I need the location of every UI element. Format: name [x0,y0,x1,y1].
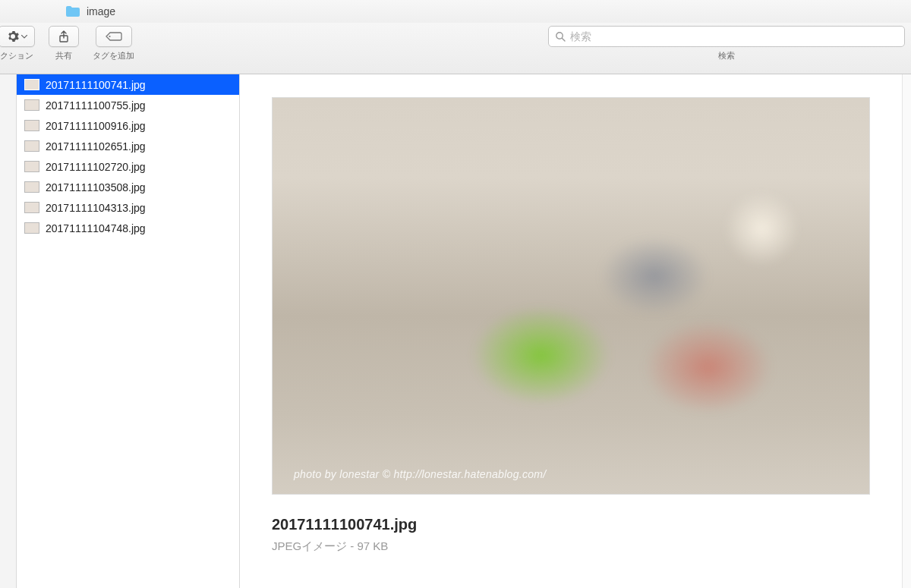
file-item[interactable]: 20171111104748.jpg [17,218,239,238]
action-button[interactable] [0,26,35,47]
share-label: 共有 [55,50,72,61]
file-name-label: 20171111100916.jpg [46,120,146,132]
chevron-down-icon [21,35,27,39]
file-thumb-icon [24,79,39,90]
svg-point-1 [109,36,110,37]
titlebar: image [0,0,911,23]
file-name-label: 20171111104313.jpg [46,202,146,214]
preview-image: photo by lonestar © http://lonestar.hate… [272,97,870,495]
file-item[interactable]: 20171111100916.jpg [17,115,239,136]
file-thumb-icon [24,140,39,152]
file-thumb-icon [24,202,39,213]
file-thumb-icon [24,120,39,131]
file-name-label: 20171111100755.jpg [46,99,146,112]
file-name-label: 20171111100741.jpg [46,79,146,91]
file-thumb-icon [24,181,39,193]
content-area: 20171111100741.jpg20171111100755.jpg2017… [0,74,911,588]
tags-button[interactable] [96,26,132,47]
preview-meta: JPEGイメージ - 97 KB [272,539,870,554]
gear-icon [7,30,19,42]
file-name-label: 20171111103508.jpg [46,181,146,193]
action-label: クション [0,50,33,61]
tag-icon [106,31,122,42]
window-title: image [87,5,115,17]
file-name-label: 20171111102720.jpg [46,161,146,173]
preview-title: 20171111100741.jpg [272,516,870,533]
file-item[interactable]: 20171111104313.jpg [17,197,239,218]
file-item[interactable]: 20171111100755.jpg [17,95,239,115]
file-item[interactable]: 20171111103508.jpg [17,177,239,197]
file-name-label: 20171111104748.jpg [46,222,146,234]
share-icon [58,30,69,42]
search-label: 検索 [718,50,735,61]
file-thumb-icon [24,161,39,172]
file-item[interactable]: 20171111102651.jpg [17,136,239,156]
search-input[interactable] [570,30,898,42]
file-thumb-icon [24,222,39,234]
sidebar-spacer [0,74,17,588]
search-field[interactable] [548,26,905,47]
preview-pane: photo by lonestar © http://lonestar.hate… [240,74,902,588]
file-thumb-icon [24,99,39,111]
file-list[interactable]: 20171111100741.jpg20171111100755.jpg2017… [17,74,240,588]
file-name-label: 20171111102651.jpg [46,140,146,153]
file-item[interactable]: 20171111100741.jpg [17,74,239,95]
file-item[interactable]: 20171111102720.jpg [17,156,239,177]
svg-line-3 [562,38,565,41]
right-spacer [902,74,911,588]
preview-watermark: photo by lonestar © http://lonestar.hate… [294,468,547,480]
search-icon [555,31,566,42]
toolbar: クション 共有 タグを追加 検索 [0,23,911,74]
tags-label: タグを追加 [93,50,134,61]
share-button[interactable] [49,26,79,47]
folder-icon [65,5,80,17]
